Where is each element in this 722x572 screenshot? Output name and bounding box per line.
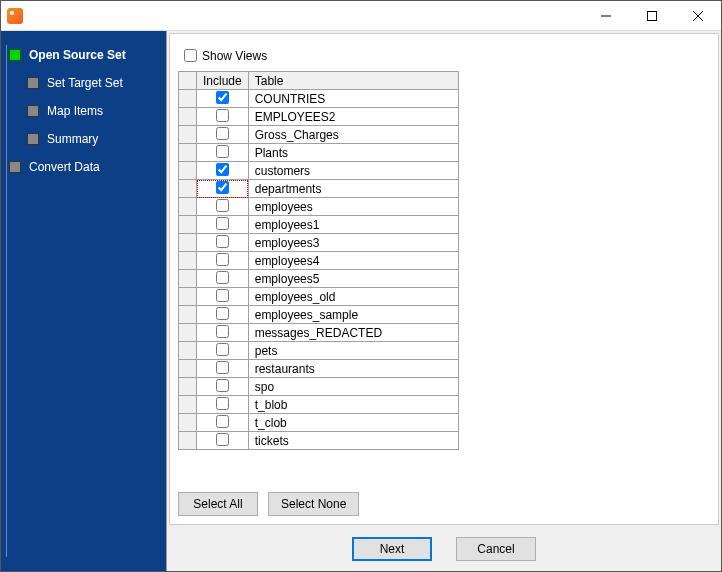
include-cell[interactable]	[197, 270, 249, 288]
table-row[interactable]: Gross_Charges	[179, 126, 459, 144]
table-row[interactable]: t_clob	[179, 414, 459, 432]
row-header[interactable]	[179, 324, 197, 342]
table-name-cell[interactable]: employees3	[248, 234, 458, 252]
table-row[interactable]: EMPLOYEES2	[179, 108, 459, 126]
include-cell[interactable]	[197, 306, 249, 324]
table-row[interactable]: departments	[179, 180, 459, 198]
include-checkbox[interactable]	[216, 163, 229, 176]
table-name-cell[interactable]: spo	[248, 378, 458, 396]
row-header[interactable]	[179, 252, 197, 270]
select-all-button[interactable]: Select All	[178, 492, 258, 516]
include-checkbox[interactable]	[216, 235, 229, 248]
table-name-cell[interactable]: tickets	[248, 432, 458, 450]
wizard-step[interactable]: Set Target Set	[27, 69, 158, 97]
include-checkbox[interactable]	[216, 415, 229, 428]
table-row[interactable]: pets	[179, 342, 459, 360]
minimize-button[interactable]	[583, 1, 629, 31]
table-name-cell[interactable]: pets	[248, 342, 458, 360]
include-cell[interactable]	[197, 252, 249, 270]
include-checkbox[interactable]	[216, 253, 229, 266]
table-row[interactable]: employees	[179, 198, 459, 216]
show-views-checkbox[interactable]: Show Views	[180, 46, 710, 65]
row-header[interactable]	[179, 162, 197, 180]
table-row[interactable]: restaurants	[179, 360, 459, 378]
show-views-input[interactable]	[184, 49, 197, 62]
include-checkbox[interactable]	[216, 397, 229, 410]
table-name-cell[interactable]: employees1	[248, 216, 458, 234]
include-cell[interactable]	[197, 216, 249, 234]
table-name-cell[interactable]: Gross_Charges	[248, 126, 458, 144]
table-row[interactable]: Plants	[179, 144, 459, 162]
table-name-cell[interactable]: departments	[248, 180, 458, 198]
include-checkbox[interactable]	[216, 325, 229, 338]
include-cell[interactable]	[197, 396, 249, 414]
table-row[interactable]: t_blob	[179, 396, 459, 414]
row-header[interactable]	[179, 234, 197, 252]
table-row[interactable]: spo	[179, 378, 459, 396]
table-row[interactable]: customers	[179, 162, 459, 180]
row-header[interactable]	[179, 396, 197, 414]
include-cell[interactable]	[197, 198, 249, 216]
row-header[interactable]	[179, 216, 197, 234]
include-cell[interactable]	[197, 360, 249, 378]
table-row[interactable]: employees_old	[179, 288, 459, 306]
table-name-cell[interactable]: messages_REDACTED	[248, 324, 458, 342]
row-header[interactable]	[179, 342, 197, 360]
table-row[interactable]: employees_sample	[179, 306, 459, 324]
include-checkbox[interactable]	[216, 379, 229, 392]
table-name-cell[interactable]: employees4	[248, 252, 458, 270]
include-cell[interactable]	[197, 324, 249, 342]
wizard-step[interactable]: Convert Data	[9, 153, 158, 181]
row-header[interactable]	[179, 432, 197, 450]
table-name-cell[interactable]: t_clob	[248, 414, 458, 432]
table-row[interactable]: employees4	[179, 252, 459, 270]
include-cell[interactable]	[197, 162, 249, 180]
table-name-cell[interactable]: employees_sample	[248, 306, 458, 324]
include-checkbox[interactable]	[216, 181, 229, 194]
include-cell[interactable]	[197, 180, 249, 198]
table-row[interactable]: messages_REDACTED	[179, 324, 459, 342]
table-row[interactable]: COUNTRIES	[179, 90, 459, 108]
include-cell[interactable]	[197, 108, 249, 126]
row-header[interactable]	[179, 270, 197, 288]
table-name-cell[interactable]: Plants	[248, 144, 458, 162]
column-header-table[interactable]: Table	[248, 72, 458, 90]
wizard-step[interactable]: Map Items	[27, 97, 158, 125]
next-button[interactable]: Next	[352, 537, 432, 561]
include-checkbox[interactable]	[216, 307, 229, 320]
table-name-cell[interactable]: employees_old	[248, 288, 458, 306]
row-header[interactable]	[179, 288, 197, 306]
table-name-cell[interactable]: customers	[248, 162, 458, 180]
table-name-cell[interactable]: t_blob	[248, 396, 458, 414]
wizard-step[interactable]: Summary	[27, 125, 158, 153]
row-header[interactable]	[179, 180, 197, 198]
include-cell[interactable]	[197, 90, 249, 108]
include-cell[interactable]	[197, 414, 249, 432]
table-row[interactable]: employees1	[179, 216, 459, 234]
table-row[interactable]: employees3	[179, 234, 459, 252]
cancel-button[interactable]: Cancel	[456, 537, 536, 561]
include-checkbox[interactable]	[216, 145, 229, 158]
row-header[interactable]	[179, 414, 197, 432]
row-header[interactable]	[179, 378, 197, 396]
include-cell[interactable]	[197, 342, 249, 360]
include-checkbox[interactable]	[216, 343, 229, 356]
table-row[interactable]: tickets	[179, 432, 459, 450]
close-button[interactable]	[675, 1, 721, 31]
include-checkbox[interactable]	[216, 217, 229, 230]
row-header[interactable]	[179, 306, 197, 324]
include-cell[interactable]	[197, 288, 249, 306]
column-header-include[interactable]: Include	[197, 72, 249, 90]
include-cell[interactable]	[197, 234, 249, 252]
row-header[interactable]	[179, 360, 197, 378]
include-checkbox[interactable]	[216, 271, 229, 284]
include-cell[interactable]	[197, 432, 249, 450]
include-checkbox[interactable]	[216, 199, 229, 212]
include-checkbox[interactable]	[216, 289, 229, 302]
table-name-cell[interactable]: EMPLOYEES2	[248, 108, 458, 126]
wizard-step[interactable]: Open Source Set	[9, 41, 158, 69]
maximize-button[interactable]	[629, 1, 675, 31]
row-header[interactable]	[179, 108, 197, 126]
table-name-cell[interactable]: employees5	[248, 270, 458, 288]
include-checkbox[interactable]	[216, 361, 229, 374]
